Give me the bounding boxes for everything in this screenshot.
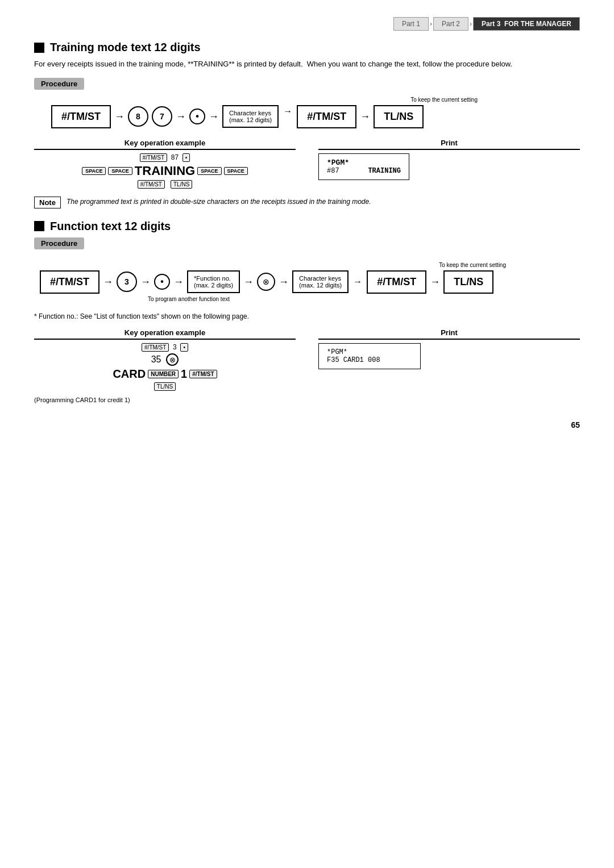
print-data-1: #87 TRAINING [327,167,401,175]
flow-charkeys-1: Character keys(max. 12 digits) [222,105,279,128]
key-op-line3: #/TM/ST TL/NS [138,180,193,189]
print-col-1: Print *PGM* #87 TRAINING [318,139,580,189]
diagram2: To keep the current setting #/TM/ST → 3 … [34,262,580,302]
print-val-1: TRAINING [368,167,401,175]
flow-cross: ⊗ [257,273,275,291]
flow-arrow-9: → [243,276,254,288]
part-arrow-2: › [468,20,473,28]
diagram1: To keep the current setting #/TM/ST → 8 … [34,97,580,128]
section2-title: Function text 12 digits [34,220,580,233]
flow-dot-2: • [154,274,170,290]
section1-title-text: Training mode text 12 digits [50,41,201,54]
procedure-badge-1: Procedure [34,78,580,97]
key-op-line1: #/TM/ST 87 • [140,153,190,162]
flow-arrow-10: → [279,276,289,288]
key-op-header-1: Key operation example [34,139,296,150]
caption: (Programming CARD1 for credit 1) [34,397,296,403]
flow-arrow-5: → [360,111,370,123]
key-op-col-2: Key operation example #/TM/ST 3 • 35 ⊗ C… [34,328,296,403]
diagram1-flow: #/TM/ST → 8 7 → • → Character keys(max. … [34,105,580,128]
procedure-badge-2: Procedure [34,237,580,256]
note-label: Note [34,197,61,208]
flow-arrow-2: → [176,111,186,123]
flow-8: 8 [128,106,148,127]
flow-tmst-2: #/TM/ST [297,105,356,128]
examples-row-2: Key operation example #/TM/ST 3 • 35 ⊗ C… [34,328,580,403]
key-op-content-1: #/TM/ST 87 • SPACE SPACE TRAINING SPACE … [34,153,296,189]
key-op-training-row: SPACE SPACE TRAINING SPACE SPACE [82,164,248,178]
flow-dot-1: • [189,108,205,124]
print-box-2: *PGM* F35 CARD1 008 [318,343,421,369]
key-op-col-1: Key operation example #/TM/ST 87 • SPACE… [34,139,296,189]
section1-title: Training mode text 12 digits [34,41,580,54]
flow-tmst-1: #/TM/ST [51,105,111,128]
flow-3: 3 [117,272,137,292]
key-op2-card-row: CARD NUMBER 1 #/TM/ST [113,368,217,381]
flow-tmst-4: #/TM/ST [367,270,426,294]
part2-tab: Part 2 [433,17,468,31]
page-number: 65 [34,420,580,429]
print-num-1: #87 [327,167,339,175]
part1-tab: Part 1 [393,17,429,31]
diagram2-flow: #/TM/ST → 3 → • → *Function no.(max. 2 d… [34,270,580,294]
diagram2-annotation-bottom: To program another function text [148,296,580,302]
print-num-2: 008 [368,356,380,364]
key-op2-line1: #/TM/ST 3 • [142,343,188,352]
key-op2-line2: 35 ⊗ [151,353,179,366]
flow-arrow-12: → [430,276,440,288]
print-card: F35 CARD1 [327,356,364,364]
flow-arrow-7: → [140,276,151,288]
footnote: * Function no.: See "List of function te… [34,312,580,320]
flow-7: 7 [152,106,172,127]
part-arrow-1: › [429,20,433,28]
header-bar: Part 1 › Part 2 › Part 3 FOR THE MANAGER [34,17,580,31]
flow-funcno: *Function no.(max. 2 digits) [187,270,240,293]
print-data-2: F35 CARD1 008 [327,356,412,364]
note-box: Note The programmed text is printed in d… [34,197,580,208]
diagram2-annotation-top: To keep the current setting [439,262,506,268]
flow-tmst-3: #/TM/ST [40,270,99,294]
flow-charkeys-2: Character keys(max. 12 digits) [292,270,349,293]
section1-body: For every receipts issued in the trainin… [34,59,580,70]
examples-row-1: Key operation example #/TM/ST 87 • SPACE… [34,139,580,189]
flow-tlns-1: TL/NS [374,105,424,128]
print-pgm-1: *PGM* [327,158,401,167]
flow-arrow-8: → [173,276,184,288]
print-header-2: Print [318,328,580,340]
key-op-header-2: Key operation example [34,328,296,340]
section2-title-text: Function text 12 digits [50,220,171,233]
note-text: The programmed text is printed in double… [67,197,371,207]
print-col-2: Print *PGM* F35 CARD1 008 [318,328,580,403]
print-header-1: Print [318,139,580,150]
print-box-1: *PGM* #87 TRAINING [318,153,409,180]
key-op-content-2: #/TM/ST 3 • 35 ⊗ CARD NUMBER 1 #/TM/ST T… [34,343,296,391]
print-pgm-2: *PGM* [327,348,412,356]
section2-bullet [34,221,44,231]
part-tabs: Part 1 › Part 2 › Part 3 FOR THE MANAGER [393,17,580,31]
diagram1-annotation-top: To keep the current setting [410,97,478,103]
part3-tab: Part 3 FOR THE MANAGER [473,17,580,31]
flow-arrow-4: → [283,106,292,127]
flow-arrow-3: → [209,111,219,123]
flow-arrow-1: → [114,111,125,123]
flow-arrow-6: → [103,276,113,288]
flow-tlns-2: TL/NS [443,270,493,294]
section1-bullet [34,43,44,53]
flow-arrow-11: → [353,277,362,287]
key-op2-line4: TL/NS [154,382,176,391]
